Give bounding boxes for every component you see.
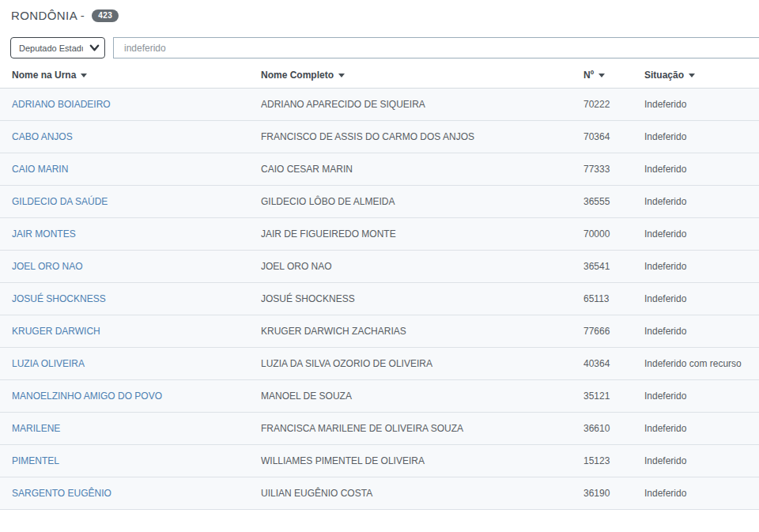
candidate-link[interactable]: LUZIA OLIVEIRA — [12, 358, 85, 369]
number-cell: 35121 — [583, 380, 644, 413]
status-cell: Indeferido — [644, 218, 759, 251]
sort-caret-icon — [338, 74, 345, 77]
candidate-link[interactable]: KRUGER DARWICH — [12, 326, 100, 337]
full-name-cell: JOSUÉ SHOCKNESS — [261, 283, 583, 315]
table-row: SARGENTO EUGÊNIO UILIAN EUGÊNIO COSTA 36… — [0, 477, 759, 510]
number-cell: 36610 — [583, 413, 644, 445]
column-header-nome-completo[interactable]: Nome Completo — [261, 65, 583, 89]
candidate-link[interactable]: ADRIANO BOIADEIRO — [12, 99, 111, 110]
ballot-name-cell: MANOELZINHO AMIGO DO POVO — [0, 380, 261, 413]
table-row: LUZIA OLIVEIRA LUZIA DA SILVA OZORIO DE … — [0, 348, 759, 380]
table-row: CAIO MARIN CAIO CESAR MARIN 77333 Indefe… — [0, 153, 759, 186]
table-row: GILDECIO DA SAÚDE GILDECIO LÔBO DE ALMEI… — [0, 186, 759, 218]
ballot-name-cell: GILDECIO DA SAÚDE — [0, 186, 261, 218]
status-cell: Indeferido — [644, 477, 759, 510]
full-name-cell: MANOEL DE SOUZA — [261, 380, 583, 413]
page-title: RONDÔNIA - — [11, 9, 85, 22]
sort-caret-icon — [81, 74, 87, 77]
full-name-cell: JOEL ORO NAO — [261, 251, 583, 283]
status-cell: Indeferido — [644, 380, 759, 413]
table-row: MARILENE FRANCISCA MARILENE DE OLIVEIRA … — [0, 413, 759, 445]
candidate-link[interactable]: GILDECIO DA SAÚDE — [12, 196, 108, 207]
ballot-name-cell: JAIR MONTES — [0, 218, 261, 251]
status-cell: Indeferido — [644, 413, 759, 445]
number-cell: 65113 — [583, 283, 644, 315]
ballot-name-cell: JOEL ORO NAO — [0, 251, 261, 283]
full-name-cell: ADRIANO APARECIDO DE SIQUEIRA — [261, 89, 583, 121]
full-name-cell: GILDECIO LÔBO DE ALMEIDA — [261, 186, 583, 218]
full-name-cell: FRANCISCO DE ASSIS DO CARMO DOS ANJOS — [261, 121, 583, 153]
table-row: JOSUÉ SHOCKNESS JOSUÉ SHOCKNESS 65113 In… — [0, 283, 759, 315]
filter-bar: Deputado Estadual — [10, 37, 759, 58]
result-count-badge: 423 — [92, 9, 119, 22]
status-cell: Indeferido — [644, 121, 759, 153]
candidate-link[interactable]: CABO ANJOS — [12, 131, 73, 142]
number-cell: 40364 — [583, 348, 644, 380]
sort-caret-icon — [689, 74, 695, 77]
status-cell: Indeferido — [644, 153, 759, 186]
status-cell: Indeferido — [644, 251, 759, 283]
ballot-name-cell: PIMENTEL — [0, 445, 261, 477]
candidate-link[interactable]: CAIO MARIN — [12, 164, 68, 175]
ballot-name-cell: SARGENTO EUGÊNIO — [0, 477, 261, 510]
table-row: PIMENTEL WILLIAMES PIMENTEL DE OLIVEIRA … — [0, 445, 759, 477]
table-header-row: Nome na Urna Nome Completo Nº Situação — [0, 65, 759, 89]
search-input[interactable] — [113, 37, 759, 58]
column-header-nome-urna[interactable]: Nome na Urna — [0, 65, 261, 89]
status-cell: Indeferido — [644, 89, 759, 121]
candidate-link[interactable]: MANOELZINHO AMIGO DO POVO — [12, 391, 162, 402]
table-row: JAIR MONTES JAIR DE FIGUEIREDO MONTE 700… — [0, 218, 759, 251]
number-cell: 77333 — [583, 153, 644, 186]
sort-caret-icon — [599, 74, 605, 77]
table-row: ADRIANO BOIADEIRO ADRIANO APARECIDO DE S… — [0, 89, 759, 121]
ballot-name-cell: JOSUÉ SHOCKNESS — [0, 283, 261, 315]
full-name-cell: JAIR DE FIGUEIREDO MONTE — [261, 218, 583, 251]
status-cell: Indeferido — [644, 186, 759, 218]
ballot-name-cell: KRUGER DARWICH — [0, 315, 261, 348]
column-header-situacao[interactable]: Situação — [644, 65, 759, 89]
ballot-name-cell: LUZIA OLIVEIRA — [0, 348, 261, 380]
status-cell: Indeferido — [644, 315, 759, 348]
full-name-cell: FRANCISCA MARILENE DE OLIVEIRA SOUZA — [261, 413, 583, 445]
candidate-link[interactable]: MARILENE — [12, 423, 60, 434]
table-row: MANOELZINHO AMIGO DO POVO MANOEL DE SOUZ… — [0, 380, 759, 413]
column-header-numero[interactable]: Nº — [583, 65, 644, 89]
number-cell: 70000 — [583, 218, 644, 251]
candidate-link[interactable]: PIMENTEL — [12, 455, 59, 466]
full-name-cell: WILLIAMES PIMENTEL DE OLIVEIRA — [261, 445, 583, 477]
number-cell: 36190 — [583, 477, 644, 510]
table-row: KRUGER DARWICH KRUGER DARWICH ZACHARIAS … — [0, 315, 759, 348]
full-name-cell: LUZIA DA SILVA OZORIO DE OLIVEIRA — [261, 348, 583, 380]
candidates-table: Nome na Urna Nome Completo Nº Situação A… — [0, 65, 759, 510]
full-name-cell: UILIAN EUGÊNIO COSTA — [261, 477, 583, 510]
office-select[interactable]: Deputado Estadual — [10, 37, 105, 58]
status-cell: Indeferido com recurso — [644, 348, 759, 380]
candidate-link[interactable]: SARGENTO EUGÊNIO — [12, 488, 111, 499]
number-cell: 36555 — [583, 186, 644, 218]
number-cell: 70364 — [583, 121, 644, 153]
candidate-link[interactable]: JOEL ORO NAO — [12, 261, 83, 272]
status-cell: Indeferido — [644, 283, 759, 315]
ballot-name-cell: ADRIANO BOIADEIRO — [0, 89, 261, 121]
number-cell: 77666 — [583, 315, 644, 348]
table-row: JOEL ORO NAO JOEL ORO NAO 36541 Indeferi… — [0, 251, 759, 283]
number-cell: 70222 — [583, 89, 644, 121]
status-cell: Indeferido — [644, 445, 759, 477]
table-body: ADRIANO BOIADEIRO ADRIANO APARECIDO DE S… — [0, 89, 759, 510]
full-name-cell: CAIO CESAR MARIN — [261, 153, 583, 186]
full-name-cell: KRUGER DARWICH ZACHARIAS — [261, 315, 583, 348]
number-cell: 15123 — [583, 445, 644, 477]
page-header: RONDÔNIA - 423 — [11, 9, 759, 22]
candidate-link[interactable]: JAIR MONTES — [12, 228, 76, 240]
office-select-wrap: Deputado Estadual — [10, 37, 105, 58]
ballot-name-cell: CAIO MARIN — [0, 153, 261, 186]
ballot-name-cell: MARILENE — [0, 413, 261, 445]
ballot-name-cell: CABO ANJOS — [0, 121, 261, 153]
candidate-link[interactable]: JOSUÉ SHOCKNESS — [12, 293, 106, 304]
number-cell: 36541 — [583, 251, 644, 283]
table-row: CABO ANJOS FRANCISCO DE ASSIS DO CARMO D… — [0, 121, 759, 153]
